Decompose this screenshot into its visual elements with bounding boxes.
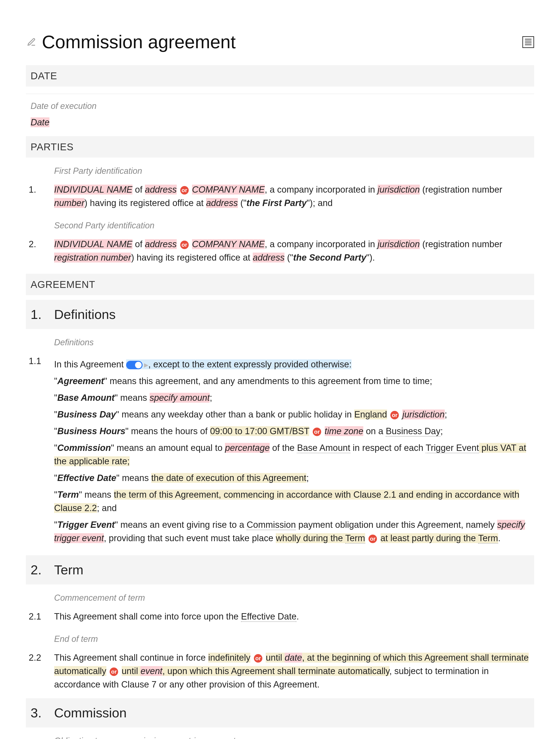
clause-num: 2.2 (26, 651, 54, 691)
or-badge[interactable]: or (369, 535, 377, 543)
or-badge[interactable]: or (390, 411, 399, 419)
effective-date-option[interactable]: the date of execution of this Agreement (151, 473, 306, 483)
address-placeholder[interactable]: address (253, 253, 284, 263)
text: ; (306, 473, 309, 483)
jurisdiction-placeholder[interactable]: jurisdiction (402, 410, 445, 419)
hours-option[interactable]: 09:00 to 17:00 GMT/BST (210, 426, 309, 436)
text: ) having its registered office at (131, 253, 253, 263)
section-parties-header: PARTIES (26, 136, 534, 158)
jurisdiction-placeholder[interactable]: jurisdiction (378, 239, 420, 249)
clause-2-2: 2.2 This Agreement shall continue in for… (26, 649, 534, 694)
clause-2-1: 2.1 This Agreement shall come into force… (26, 607, 534, 626)
second-party-hint: Second Party identification (54, 212, 534, 235)
text: of the (270, 443, 297, 453)
party-1-row: 1. INDIVIDUAL NAME of address or COMPANY… (26, 181, 534, 212)
jurisdiction-placeholder[interactable]: jurisdiction (378, 185, 420, 194)
partly-option[interactable]: at least partly during the Term (381, 533, 498, 543)
text: , providing that such event must take pl… (104, 533, 276, 543)
first-party-hint: First Party identification (54, 158, 534, 181)
text: . (296, 611, 299, 621)
text: " means (79, 490, 114, 499)
edit-icon[interactable] (26, 36, 37, 48)
title-left: Commission agreement (26, 28, 236, 56)
or-badge[interactable]: or (180, 186, 189, 194)
party-2-row: 2. INDIVIDUAL NAME of address or COMPANY… (26, 235, 534, 267)
text: " (54, 520, 57, 530)
text: ; (209, 393, 212, 403)
event-placeholder[interactable]: event (140, 666, 162, 676)
text: ; and (97, 503, 117, 513)
text: " (54, 410, 57, 419)
or-badge[interactable]: or (313, 428, 321, 436)
england-option[interactable]: England (354, 410, 387, 419)
wholly-option[interactable]: wholly during the Term (276, 533, 365, 543)
document-icon[interactable] (522, 36, 534, 48)
section-2-header: 2. Term (26, 555, 534, 584)
base-amount-ref[interactable]: Base Amount (297, 443, 350, 453)
date-placeholder[interactable]: Date (31, 117, 49, 127)
section-2-title: Term (54, 560, 83, 580)
address-placeholder[interactable]: address (145, 239, 177, 249)
trigger-event-ref[interactable]: Trigger Event (426, 443, 479, 453)
clause-content: This Agreement shall continue in force i… (54, 651, 534, 691)
section-3-num: 3. (31, 703, 54, 723)
text: " (54, 473, 57, 483)
toggle-switch[interactable]: ▶ (126, 361, 148, 369)
date-hint: Date of execution (26, 97, 534, 116)
section-2-num: 2. (31, 560, 54, 580)
number-placeholder[interactable]: number (54, 198, 85, 208)
term-ref[interactable]: Term (345, 533, 365, 544)
text: " means (116, 473, 151, 483)
text: (registration number (420, 239, 502, 249)
clause-num: 1.1 (26, 354, 54, 548)
clause-1-1: 1.1 In this Agreement ▶ , except to the … (26, 352, 534, 551)
text: " means any weekday other than a bank or… (116, 410, 355, 419)
text: " means an amount equal to (111, 443, 225, 453)
first-party-label: the First Party (247, 198, 307, 208)
party-2-num: 2. (26, 238, 54, 264)
text: " (54, 490, 57, 499)
section-agreement-header: AGREEMENT (26, 274, 534, 295)
section-1-num: 1. (31, 305, 54, 324)
section-1-title: Definitions (54, 305, 116, 324)
date-placeholder[interactable]: date (285, 653, 302, 662)
individual-name-placeholder[interactable]: INDIVIDUAL NAME (54, 185, 132, 194)
company-name-placeholder[interactable]: COMPANY NAME (192, 185, 265, 194)
end-of-term-hint: End of term (54, 626, 534, 649)
company-name-placeholder[interactable]: COMPANY NAME (192, 239, 265, 249)
or-badge[interactable]: or (254, 654, 262, 662)
address-placeholder[interactable]: address (145, 185, 177, 194)
indefinitely-option[interactable]: indefinitely (208, 653, 251, 662)
text: . (498, 533, 501, 543)
second-party-label: the Second Party (293, 253, 366, 263)
business-day-ref[interactable]: Business Day (386, 426, 440, 437)
percentage-placeholder[interactable]: percentage (225, 443, 270, 453)
term-ref[interactable]: Term (478, 533, 498, 544)
text: of (132, 239, 145, 249)
term-business-day: Business Day (57, 410, 116, 419)
text: This Agreement shall come into force upo… (54, 611, 241, 621)
text: " means the hours of (125, 426, 210, 436)
text: "); and (307, 198, 333, 208)
clause-content: This Agreement shall come into force upo… (54, 610, 534, 623)
text: In this Agreement (54, 359, 124, 369)
text: " (54, 443, 57, 453)
commission-ref[interactable]: Commission (247, 520, 296, 530)
text: (" (284, 253, 293, 263)
individual-name-placeholder[interactable]: INDIVIDUAL NAME (54, 239, 132, 249)
specify-amount-placeholder[interactable]: specify amount (150, 393, 210, 403)
reg-number-placeholder[interactable]: registration number (54, 253, 131, 263)
or-badge[interactable]: or (110, 668, 118, 676)
page-title: Commission agreement (42, 28, 236, 56)
address-placeholder[interactable]: address (206, 198, 238, 208)
effective-date-ref[interactable]: Effective Date (241, 611, 296, 622)
text: (" (238, 198, 247, 208)
text: "). (366, 253, 375, 263)
term-def-option[interactable]: the term of this Agreement, commencing i… (54, 490, 519, 513)
term-trigger-event: Trigger Event (57, 520, 115, 530)
or-badge[interactable]: or (180, 241, 189, 249)
time-zone-placeholder[interactable]: time zone (325, 426, 364, 436)
until-event-option[interactable]: until event, upon which this Agreement s… (122, 666, 389, 676)
definitions-hint: Definitions (54, 329, 534, 352)
section-3-title: Commission (54, 703, 127, 723)
